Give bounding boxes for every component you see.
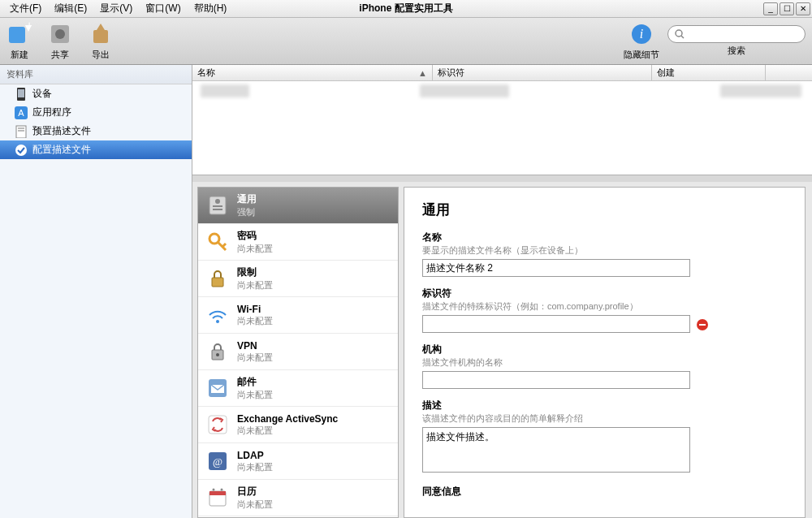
category-list[interactable]: 通用强制密码尚未配置限制尚未配置Wi-Fi尚未配置VPN尚未配置邮件尚未配置Ex… bbox=[197, 187, 399, 518]
category-title: Wi-Fi bbox=[237, 304, 273, 315]
menu-edit[interactable]: 编辑(E) bbox=[48, 0, 93, 18]
search-label: 搜索 bbox=[728, 45, 745, 57]
col-created[interactable]: 创建 bbox=[652, 65, 766, 80]
svg-rect-14 bbox=[18, 127, 24, 129]
maximize-button[interactable]: ☐ bbox=[780, 2, 794, 15]
sidebar-item-apps[interactable]: A 应用程序 bbox=[0, 103, 192, 122]
col-name[interactable]: 名称▲ bbox=[192, 65, 433, 80]
list-row[interactable] bbox=[192, 81, 812, 101]
svg-rect-15 bbox=[18, 130, 24, 132]
share-button[interactable]: 共享 bbox=[47, 21, 73, 61]
category-title: Exchange ActiveSync bbox=[237, 413, 338, 425]
sidebar-item-label: 设备 bbox=[32, 87, 52, 101]
sidebar-item-config[interactable]: 配置描述文件 bbox=[0, 140, 192, 159]
category-item-0[interactable]: 通用强制 bbox=[198, 188, 398, 224]
field-org: 机构 描述文件机构的名称 bbox=[422, 343, 787, 389]
category-title: 限制 bbox=[237, 265, 273, 279]
field-id: 标识符 描述文件的特殊标识符（例如：com.company.profile） bbox=[422, 287, 787, 333]
category-sub: 尚未配置 bbox=[237, 499, 273, 511]
svg-point-7 bbox=[676, 30, 682, 37]
desc-hint: 该描述文件的内容或目的的简单解释介绍 bbox=[422, 412, 787, 425]
export-icon bbox=[88, 21, 114, 47]
org-hint: 描述文件机构的名称 bbox=[422, 356, 787, 369]
search-box[interactable] bbox=[667, 25, 806, 43]
category-title: 日历 bbox=[237, 485, 273, 499]
desc-label: 描述 bbox=[422, 399, 787, 412]
export-button[interactable]: 导出 bbox=[88, 21, 114, 61]
sidebar-item-preset[interactable]: 预置描述文件 bbox=[0, 122, 192, 140]
splitter[interactable] bbox=[192, 175, 812, 182]
svg-rect-0 bbox=[9, 27, 25, 43]
sidebar-item-devices[interactable]: 设备 bbox=[0, 84, 192, 103]
share-icon bbox=[47, 21, 73, 47]
category-sub: 强制 bbox=[237, 206, 257, 218]
svg-point-35 bbox=[213, 489, 215, 491]
ldap-icon: @ bbox=[205, 448, 231, 474]
svg-text:A: A bbox=[18, 108, 24, 118]
info-icon: i bbox=[628, 21, 654, 47]
name-input[interactable] bbox=[422, 259, 690, 277]
svg-rect-34 bbox=[209, 491, 226, 495]
sidebar-item-label: 应用程序 bbox=[32, 106, 71, 119]
sidebar-item-label: 预置描述文件 bbox=[32, 124, 91, 138]
menu-window[interactable]: 窗口(W) bbox=[139, 0, 187, 18]
svg-line-8 bbox=[681, 36, 684, 38]
org-input[interactable] bbox=[422, 371, 690, 389]
category-title: LDAP bbox=[237, 450, 273, 461]
category-item-7[interactable]: @LDAP尚未配置 bbox=[198, 443, 398, 480]
category-item-6[interactable]: Exchange ActiveSync尚未配置 bbox=[198, 407, 398, 443]
category-item-1[interactable]: 密码尚未配置 bbox=[198, 224, 398, 261]
sidebar: 资料库 设备 A 应用程序 预置描述文件 配置描述文件 bbox=[0, 65, 192, 518]
new-button[interactable]: + 新建 bbox=[6, 21, 32, 61]
svg-point-3 bbox=[55, 29, 65, 39]
menu-help[interactable]: 帮助(H) bbox=[188, 0, 234, 18]
field-name: 名称 要显示的描述文件名称（显示在设备上） bbox=[422, 231, 787, 277]
category-sub: 尚未配置 bbox=[237, 315, 273, 327]
field-desc: 描述 该描述文件的内容或目的的简单解释介绍 bbox=[422, 399, 787, 475]
menu-view[interactable]: 显示(V) bbox=[93, 0, 139, 18]
desc-input[interactable] bbox=[422, 427, 690, 473]
search-input[interactable] bbox=[688, 29, 798, 39]
col-id[interactable]: 标识符 bbox=[433, 65, 652, 80]
list-body[interactable] bbox=[192, 81, 812, 175]
svg-text:+: + bbox=[26, 22, 32, 32]
svg-point-16 bbox=[15, 145, 27, 156]
col-extra[interactable] bbox=[766, 65, 812, 80]
list-header: 名称▲ 标识符 创建 bbox=[192, 65, 812, 81]
svg-rect-24 bbox=[212, 278, 223, 287]
config-icon bbox=[15, 144, 28, 157]
detail-area: 通用强制密码尚未配置限制尚未配置Wi-Fi尚未配置VPN尚未配置邮件尚未配置Ex… bbox=[192, 182, 812, 518]
category-sub: 尚未配置 bbox=[237, 425, 338, 437]
id-hint: 描述文件的特殊标识符（例如：com.company.profile） bbox=[422, 300, 787, 313]
name-label: 名称 bbox=[422, 231, 787, 244]
svg-line-23 bbox=[222, 244, 226, 247]
content-pane: 名称▲ 标识符 创建 通用强制密码尚未配置限制尚未配置Wi-Fi尚未配置VPN尚… bbox=[192, 65, 812, 518]
category-item-3[interactable]: Wi-Fi尚未配置 bbox=[198, 297, 398, 334]
svg-text:@: @ bbox=[213, 455, 222, 468]
svg-text:i: i bbox=[640, 27, 643, 41]
window-title: iPhone 配置实用工具 bbox=[359, 2, 452, 15]
window-controls: _ ☐ ✕ bbox=[762, 2, 812, 15]
wifi-icon bbox=[205, 302, 231, 328]
org-label: 机构 bbox=[422, 343, 787, 356]
category-sub: 尚未配置 bbox=[237, 243, 273, 255]
toolbar: + 新建 共享 导出 i 隐藏细节 搜索 bbox=[0, 18, 812, 65]
field-consent: 同意信息 bbox=[422, 485, 787, 499]
apps-icon: A bbox=[15, 106, 28, 119]
category-item-8[interactable]: 日历尚未配置 bbox=[198, 480, 398, 516]
hide-detail-button[interactable]: i 隐藏细节 bbox=[624, 21, 659, 61]
category-item-5[interactable]: 邮件尚未配置 bbox=[198, 370, 398, 407]
category-sub: 尚未配置 bbox=[237, 461, 273, 473]
menu-file[interactable]: 文件(F) bbox=[3, 0, 48, 18]
form-pane: 通用 名称 要显示的描述文件名称（显示在设备上） 标识符 描述文件的特殊标识符（… bbox=[404, 187, 806, 518]
close-button[interactable]: ✕ bbox=[796, 2, 810, 15]
category-item-2[interactable]: 限制尚未配置 bbox=[198, 261, 398, 297]
title-bar: 文件(F) 编辑(E) 显示(V) 窗口(W) 帮助(H) iPhone 配置实… bbox=[0, 0, 812, 18]
sidebar-header: 资料库 bbox=[0, 65, 192, 84]
export-label: 导出 bbox=[92, 49, 110, 61]
category-item-4[interactable]: VPN尚未配置 bbox=[198, 334, 398, 370]
svg-point-36 bbox=[221, 489, 223, 491]
id-label: 标识符 bbox=[422, 287, 787, 300]
minimize-button[interactable]: _ bbox=[763, 2, 778, 15]
id-input[interactable] bbox=[422, 315, 690, 333]
